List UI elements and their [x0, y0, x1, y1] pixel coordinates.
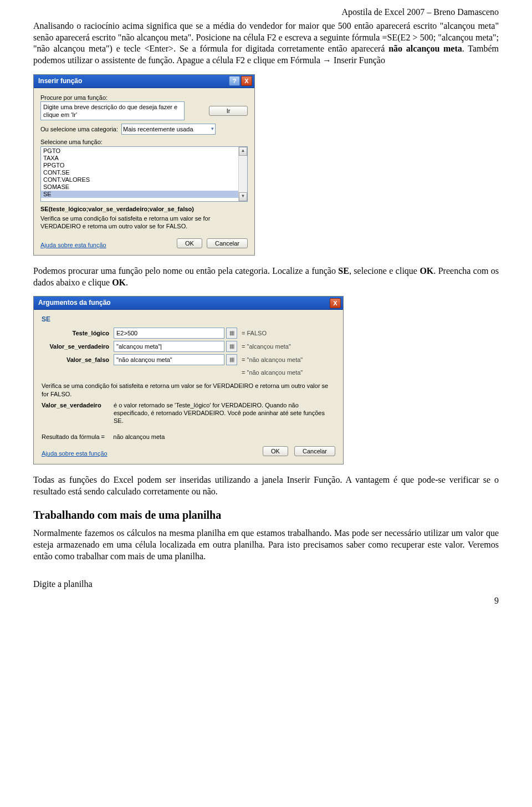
function-arguments-dialog: Argumentos da função X SE Teste_lógico E… — [33, 296, 344, 464]
arg3-result: = "não alcançou meta" — [242, 356, 303, 364]
page-header-right: Apostila de Excel 2007 – Breno Damasceno — [33, 7, 499, 18]
arg1-input[interactable]: E2>500 — [114, 328, 224, 339]
dialog-titlebar: Argumentos da função X — [34, 297, 343, 310]
dialog-title: Inserir função — [38, 77, 82, 86]
overall-result: = "não alcançou meta" — [242, 369, 303, 376]
ok-button[interactable]: OK — [177, 238, 202, 248]
paragraph-3: Todas as funções do Excel podem ser inse… — [33, 474, 499, 498]
function-listbox[interactable]: PGTO TAXA PPGTO CONT.SE CONT.VALORES SOM… — [40, 146, 248, 202]
go-button[interactable]: Ir — [209, 106, 248, 116]
para1-bold: não alcançou meta — [388, 44, 462, 53]
help-link[interactable]: Ajuda sobre esta função — [42, 450, 108, 457]
current-arg-name: Valor_se_verdadeiro — [42, 401, 114, 425]
dialog-body: SE Teste_lógico E2>500 ▦ = FALSO Valor_s… — [34, 310, 343, 464]
category-selected-value: Mais recentemente usada — [123, 125, 193, 133]
function-name: SE — [42, 315, 335, 324]
function-description: Verifica se uma condição foi satisfeita … — [42, 382, 335, 398]
list-item-selected[interactable]: SE — [41, 191, 238, 198]
formula-result-label: Resultado da fórmula = — [42, 433, 105, 440]
function-syntax: SE(teste_lógico;valor_se_verdadeiro;valo… — [40, 205, 248, 213]
cancel-button[interactable]: Cancelar — [207, 238, 248, 248]
paragraph-1: Analisando o raciocínio acima significa … — [33, 21, 499, 67]
list-item[interactable]: CONT.SE — [41, 169, 238, 176]
section-heading: Trabalhando com mais de uma planilha — [33, 508, 499, 522]
arrow-icon: → — [323, 55, 331, 65]
para2-b3: OK — [112, 278, 126, 287]
arg1-label: Teste_lógico — [42, 329, 114, 337]
paragraph-5: Digite a planilha — [33, 579, 499, 590]
chevron-down-icon: ▾ — [211, 126, 214, 132]
search-label: Procure por uma função: — [40, 94, 244, 101]
scroll-down-icon[interactable]: ▼ — [239, 192, 247, 201]
insert-function-dialog: Inserir função ? X Procure por uma funçã… — [33, 74, 255, 256]
dialog-titlebar: Inserir função ? X — [34, 75, 254, 88]
para1-text-c: Inserir Função — [331, 55, 385, 65]
paragraph-4: Normalmente fazemos os cálculos na mesma… — [33, 528, 499, 562]
ok-button[interactable]: OK — [263, 446, 288, 456]
category-label: Ou selecione uma categoria: — [40, 125, 118, 133]
close-icon[interactable]: X — [330, 298, 341, 308]
paragraph-2: Podemos procurar uma função pelo nome ou… — [33, 265, 499, 289]
list-item[interactable]: SOMASE — [41, 183, 238, 191]
help-link[interactable]: Ajuda sobre esta função — [40, 241, 106, 249]
para2-b1: SE — [338, 266, 349, 275]
cancel-button[interactable]: Cancelar — [294, 446, 335, 456]
list-item[interactable]: PPGTO — [41, 162, 238, 169]
para2-b2: OK — [420, 266, 433, 275]
arg2-input[interactable]: "alcançou meta"| — [114, 341, 224, 352]
arg3-label: Valor_se_falso — [42, 356, 114, 364]
scroll-up-icon[interactable]: ▲ — [239, 147, 247, 156]
para2-a: Podemos procurar uma função pelo nome ou… — [33, 266, 338, 275]
close-icon[interactable]: X — [241, 76, 252, 86]
para2-e: . — [126, 278, 128, 287]
arg1-result: = FALSO — [242, 329, 267, 337]
help-icon[interactable]: ? — [229, 76, 240, 86]
arg2-result: = "alcançou meta" — [242, 343, 291, 350]
arg2-label: Valor_se_verdadeiro — [42, 343, 114, 350]
category-select[interactable]: Mais recentemente usada ▾ — [121, 124, 216, 135]
ref-icon[interactable]: ▦ — [226, 341, 237, 352]
arg3-input[interactable]: "não alcançou meta" — [114, 354, 224, 365]
function-syntax-description: Verifica se uma condição foi satisfeita … — [40, 214, 248, 231]
page-number: 9 — [494, 595, 499, 607]
select-function-label: Selecione uma função: — [40, 138, 244, 146]
formula-result-value: não alcançou meta — [113, 433, 165, 440]
para2-c: , selecione e clique — [349, 266, 420, 275]
function-items: PGTO TAXA PPGTO CONT.SE CONT.VALORES SOM… — [41, 147, 238, 201]
list-item[interactable]: CONT.VALORES — [41, 176, 238, 183]
ref-icon[interactable]: ▦ — [226, 354, 237, 365]
ref-icon[interactable]: ▦ — [226, 328, 237, 339]
list-item[interactable]: PGTO — [41, 147, 238, 155]
scrollbar[interactable]: ▲ ▼ — [238, 147, 247, 201]
list-item[interactable]: TAXA — [41, 155, 238, 162]
dialog-body: Procure por uma função: Digite uma breve… — [34, 88, 254, 255]
search-input[interactable]: Digite uma breve descrição do que deseja… — [40, 101, 185, 120]
dialog-title: Argumentos da função — [38, 299, 111, 308]
current-arg-description: é o valor retornado se 'Teste_lógico' fo… — [114, 401, 335, 425]
